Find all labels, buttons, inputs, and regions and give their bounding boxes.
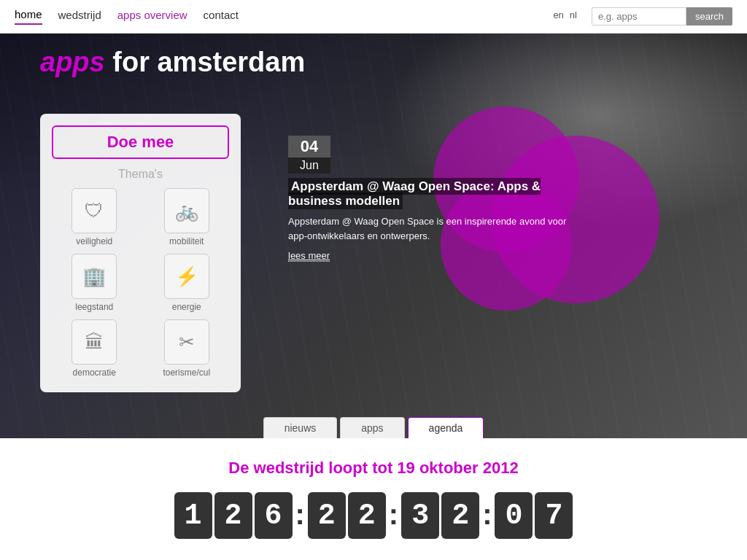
language-switcher: en nl search <box>553 7 732 26</box>
event-month: Jun <box>288 158 330 174</box>
thema-toerisme-label: toerisme/cul <box>163 368 210 378</box>
countdown-colon-2: : <box>389 498 398 534</box>
tabs-bar: nieuws apps agenda <box>0 417 747 438</box>
countdown-digit-h1: 2 <box>308 492 346 539</box>
tab-agenda[interactable]: agenda <box>408 417 484 438</box>
countdown-digit-d3: 6 <box>255 492 293 539</box>
themas-grid: 🛡 veiligheid 🚲 mobiliteit 🏢 leegstand ⚡ … <box>52 188 229 378</box>
event-read-more[interactable]: lees meer <box>288 250 330 262</box>
countdown-seconds: 0 7 <box>495 492 573 539</box>
thema-mobiliteit-label: mobiliteit <box>169 236 204 246</box>
themas-heading: Thema's <box>52 168 229 181</box>
event-card: 04 Jun Appsterdam @ Waag Open Space: App… <box>288 136 573 262</box>
countdown-hours: 2 2 <box>308 492 386 539</box>
thema-mobiliteit-icon: 🚲 <box>164 188 209 233</box>
thema-energie[interactable]: ⚡ energie <box>144 254 230 312</box>
thema-energie-label: energie <box>172 302 201 312</box>
countdown-digit-m2: 2 <box>441 492 479 539</box>
search-button[interactable]: search <box>686 7 732 26</box>
event-day: 04 <box>288 136 330 158</box>
thema-toerisme[interactable]: ✂ toerisme/cul <box>144 319 230 378</box>
side-panel: Doe mee Thema's 🛡 veiligheid 🚲 mobilitei… <box>40 114 241 392</box>
lang-en[interactable]: en <box>553 9 563 23</box>
countdown-section: De wedstrijd loopt tot 19 oktober 2012 1… <box>0 438 747 560</box>
search-form: search <box>592 7 732 26</box>
hero-title: apps for amsterdam <box>40 47 305 78</box>
nav-wedstrijd[interactable]: wedstrijd <box>58 9 101 24</box>
hero-title-rest: for amsterdam <box>105 47 306 77</box>
thema-leegstand[interactable]: 🏢 leegstand <box>52 254 137 312</box>
nav-contact[interactable]: contact <box>204 9 239 24</box>
thema-veiligheid[interactable]: 🛡 veiligheid <box>52 188 137 246</box>
event-description: Appsterdam @ Waag Open Space is een insp… <box>288 214 573 243</box>
countdown-colon-1: : <box>295 498 305 534</box>
thema-democratie[interactable]: 🏛 democratie <box>52 319 137 378</box>
nav-apps-overview[interactable]: apps overview <box>117 9 187 24</box>
tab-apps[interactable]: apps <box>340 417 404 438</box>
nav-home[interactable]: home <box>15 8 42 25</box>
thema-veiligheid-label: veiligheid <box>76 236 112 246</box>
thema-leegstand-icon: 🏢 <box>71 254 117 299</box>
hero-section: apps for amsterdam Doe mee Thema's 🛡 vei… <box>0 34 747 438</box>
thema-toerisme-icon: ✂ <box>164 319 209 365</box>
thema-energie-icon: ⚡ <box>164 254 209 299</box>
thema-democratie-label: democratie <box>73 368 116 378</box>
tab-nieuws[interactable]: nieuws <box>263 417 338 438</box>
countdown-title: De wedstrijd loopt tot 19 oktober 2012 <box>0 459 747 478</box>
search-input[interactable] <box>592 7 686 26</box>
countdown-digit-h2: 2 <box>348 492 386 539</box>
navigation: home wedstrijd apps overview contact en … <box>0 0 747 34</box>
countdown-digit-s1: 0 <box>495 492 533 539</box>
thema-veiligheid-icon: 🛡 <box>71 188 117 233</box>
doe-mee-button[interactable]: Doe mee <box>52 125 229 159</box>
countdown-digit-d2: 2 <box>214 492 252 539</box>
event-title: Appsterdam @ Waag Open Space: Apps & bus… <box>288 178 541 209</box>
countdown-colon-3: : <box>482 498 492 534</box>
lang-nl[interactable]: nl <box>570 9 577 23</box>
countdown-digit-m1: 3 <box>401 492 439 539</box>
thema-mobiliteit[interactable]: 🚲 mobiliteit <box>144 188 230 246</box>
thema-leegstand-label: leegstand <box>75 302 113 312</box>
countdown-days: 1 2 6 <box>174 492 293 539</box>
countdown-digit-d1: 1 <box>174 492 212 539</box>
countdown-digit-s2: 7 <box>535 492 573 539</box>
countdown-minutes: 3 2 <box>401 492 479 539</box>
thema-democratie-icon: 🏛 <box>71 319 117 365</box>
hero-title-apps: apps <box>40 47 105 77</box>
event-date: 04 Jun <box>288 136 330 174</box>
countdown-display: 1 2 6 : 2 2 : 3 2 : 0 7 <box>0 492 747 539</box>
